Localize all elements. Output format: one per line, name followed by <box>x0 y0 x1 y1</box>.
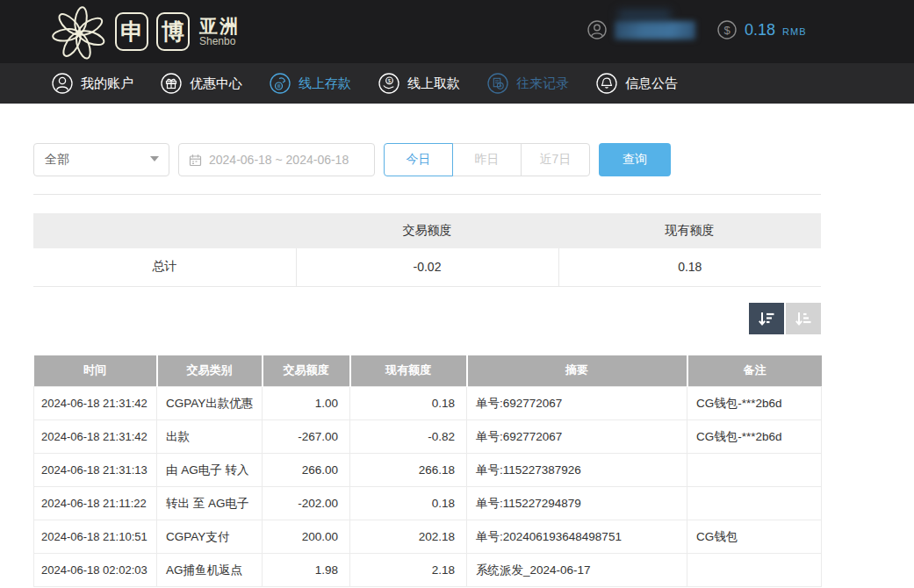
cell-summary: 系统派发_2024-06-17 <box>467 554 687 587</box>
dollar-icon: $ <box>716 19 738 40</box>
summary-header-transaction: 交易额度 <box>296 213 558 248</box>
nav-label: 信息公告 <box>625 75 678 92</box>
svg-text:$: $ <box>388 78 392 83</box>
cell-current-amount: 0.18 <box>350 387 467 420</box>
cell-remark <box>687 487 822 520</box>
gift-icon <box>160 72 183 95</box>
table-row: 2024-06-18 21:10:51 CGPAY支付 200.00 202.1… <box>34 520 822 554</box>
nav-label: 我的账户 <box>81 75 133 92</box>
cell-type: 转出 至 AG电子 <box>157 487 263 520</box>
cell-remark: CG钱包-***2b6d <box>687 420 822 454</box>
last7days-button[interactable]: 近7日 <box>521 143 590 176</box>
cell-remark: CG钱包 <box>687 520 822 554</box>
sort-descending-button[interactable] <box>749 303 784 334</box>
user-avatar-icon <box>587 19 608 40</box>
balance-amount: 0.18 <box>745 21 775 39</box>
cell-remark <box>687 454 822 487</box>
yesterday-button[interactable]: 昨日 <box>452 143 522 176</box>
balance-currency: RMB <box>782 26 806 37</box>
date-range-value: 2024-06-18 ~ 2024-06-18 <box>209 153 349 167</box>
col-header-type: 交易类别 <box>157 355 263 387</box>
svg-text:$: $ <box>723 24 730 37</box>
cell-time: 2024-06-18 21:31:42 <box>34 387 157 420</box>
account-user[interactable] <box>587 19 695 40</box>
sort-controls <box>33 303 821 334</box>
cell-current-amount: 2.18 <box>350 554 467 587</box>
nav-label: 优惠中心 <box>190 75 242 92</box>
nav-label: 线上存款 <box>299 75 351 92</box>
sort-desc-icon <box>757 309 776 328</box>
username-redacted <box>615 21 695 39</box>
nav-label: 线上取款 <box>407 75 460 92</box>
cell-summary: 单号:692772067 <box>467 387 687 420</box>
table-row: 2024-06-18 02:02:03 AG捕鱼机返点 1.98 2.18 系统… <box>34 554 822 587</box>
cell-time: 2024-06-18 21:11:22 <box>34 487 157 520</box>
cell-type: CGPAY出款优惠 <box>157 387 263 420</box>
summary-header-balance: 现有额度 <box>558 213 821 248</box>
calendar-icon <box>189 154 202 167</box>
user-icon <box>51 72 74 95</box>
col-header-summary: 摘要 <box>467 355 687 387</box>
nav-announcements[interactable]: 信息公告 <box>595 72 678 95</box>
chevron-down-icon <box>150 156 159 161</box>
summary-total-label: 总计 <box>33 248 296 286</box>
cell-remark <box>687 554 822 587</box>
cell-current-amount: 0.18 <box>350 487 467 520</box>
nav-online-withdraw[interactable]: $ 线上取款 <box>378 72 460 95</box>
cell-summary: 单号:115227387926 <box>467 454 687 487</box>
nav-my-account[interactable]: 我的账户 <box>51 72 133 95</box>
today-button[interactable]: 今日 <box>384 143 453 176</box>
col-header-transaction-amount: 交易额度 <box>263 355 350 387</box>
cell-time: 2024-06-18 21:31:42 <box>34 420 157 454</box>
table-row: 2024-06-18 21:11:22 转出 至 AG电子 -202.00 0.… <box>34 487 822 520</box>
summary-total-row: 总计 -0.02 0.18 <box>33 248 821 286</box>
withdraw-icon: $ <box>378 72 400 95</box>
cell-type: AG捕鱼机返点 <box>157 554 263 587</box>
sort-asc-icon <box>794 309 813 328</box>
nav-transaction-records[interactable]: 往来记录 <box>486 72 569 95</box>
deposit-icon <box>269 72 291 95</box>
table-row: 2024-06-18 21:31:13 由 AG电子 转入 266.00 266… <box>34 454 822 487</box>
logo-subtitle: Shenbo <box>199 36 240 47</box>
logo-char-shen: 申 <box>115 12 148 51</box>
date-range-input[interactable]: 2024-06-18 ~ 2024-06-18 <box>178 143 375 176</box>
nav-online-deposit[interactable]: 线上存款 <box>269 72 351 95</box>
bell-icon <box>595 72 618 95</box>
cell-transaction-amount: 1.00 <box>263 387 350 420</box>
search-button[interactable]: 查询 <box>599 143 671 176</box>
cell-summary: 单号:115227294879 <box>467 487 687 520</box>
cell-time: 2024-06-18 02:02:03 <box>34 554 157 587</box>
main-nav: 我的账户 优惠中心 线上存款 $ 线上取款 <box>0 63 914 104</box>
balance-display[interactable]: $ 0.18 RMB <box>716 19 807 40</box>
sort-ascending-button[interactable] <box>786 303 821 334</box>
cell-current-amount: 266.18 <box>350 454 467 487</box>
cell-transaction-amount: 200.00 <box>263 520 350 554</box>
logo-char-bo: 博 <box>156 12 190 51</box>
summary-total-balance: 0.18 <box>558 248 821 286</box>
cell-transaction-amount: -202.00 <box>263 487 350 520</box>
cell-transaction-amount: 266.00 <box>263 454 350 487</box>
cell-remark: CG钱包-***2b6d <box>687 387 822 420</box>
section-divider <box>33 194 821 195</box>
nav-label: 往来记录 <box>516 75 569 92</box>
records-header-row: 时间 交易类别 交易额度 现有额度 摘要 备注 <box>34 355 822 387</box>
col-header-current-amount: 现有额度 <box>350 355 467 387</box>
summary-header-empty <box>33 213 296 248</box>
top-header: 申 博 亚洲 Shenbo $ 0.18 RMB <box>0 0 914 63</box>
cell-current-amount: -0.82 <box>350 420 467 454</box>
cell-time: 2024-06-18 21:31:13 <box>34 454 157 487</box>
type-select[interactable]: 全部 <box>33 143 169 176</box>
cell-summary: 单号:202406193648498751 <box>467 520 687 554</box>
nav-promotions[interactable]: 优惠中心 <box>160 72 242 95</box>
cell-transaction-amount: -267.00 <box>263 420 350 454</box>
cell-summary: 单号:692772067 <box>467 420 687 454</box>
records-table: 时间 交易类别 交易额度 现有额度 摘要 备注 2024-06-18 21:31… <box>33 355 822 588</box>
cell-type: CGPAY支付 <box>157 520 263 554</box>
brand-logo[interactable]: 申 博 亚洲 Shenbo <box>51 4 240 60</box>
table-row: 2024-06-18 21:31:42 CGPAY出款优惠 1.00 0.18 … <box>34 387 822 420</box>
cell-type: 由 AG电子 转入 <box>157 454 263 487</box>
flower-logo-icon <box>51 4 107 60</box>
cell-time: 2024-06-18 21:10:51 <box>34 520 157 554</box>
col-header-time: 时间 <box>34 355 157 387</box>
quick-date-group: 今日 昨日 近7日 <box>384 143 590 176</box>
